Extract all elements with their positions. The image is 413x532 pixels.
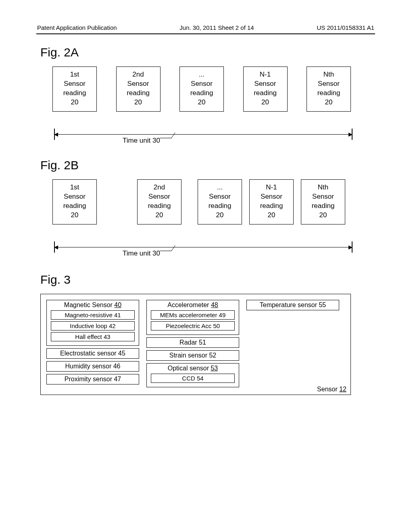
- sensor-ref-num: 20: [138, 211, 181, 220]
- arrow-left-icon: [54, 245, 58, 249]
- sensor-ref-num: 20: [244, 98, 287, 107]
- ccd-box: CCD 54: [151, 374, 235, 383]
- optical-sensor-title-text: Optical sensor: [168, 365, 211, 372]
- optical-sensor-box: Optical sensor 53 CCD 54: [146, 363, 239, 387]
- strain-sensor-box: Strain sensor 52: [146, 350, 239, 361]
- sensor-ref-num: 20: [301, 211, 345, 220]
- accelerometer-box: Accelerometer 48 MEMs accelerometer 49 P…: [146, 300, 239, 335]
- sensor-word: Sensor: [250, 192, 293, 202]
- sensor-box-2nd: 2nd Sensor reading 20: [137, 179, 181, 224]
- sensor-reading-word: reading: [301, 202, 345, 211]
- sensor-ordinal: 1st: [53, 183, 96, 192]
- fig-2b-timeline: Time unit 30: [54, 241, 353, 254]
- sensor-ref-num: 20: [53, 211, 96, 220]
- sensor-word: Sensor: [53, 192, 96, 202]
- humidity-sensor-box: Humidity sensor 46: [46, 361, 139, 372]
- sensor-reading-word: reading: [307, 89, 350, 98]
- fig-2a-timeline: Time unit 30: [54, 129, 353, 141]
- sensor-reading-word: reading: [198, 202, 242, 211]
- sensor-box-1st: 1st Sensor reading 20: [52, 179, 97, 224]
- sensor-box-nth: Nth Sensor reading 20: [307, 66, 351, 112]
- sensor-word: Sensor: [117, 79, 160, 89]
- sensor-word: Sensor: [53, 79, 96, 89]
- sensor-label-ref: 12: [339, 386, 346, 393]
- sensor-ref-num: 20: [307, 98, 350, 107]
- magnetic-sensor-box: Magnetic Sensor 40 Magneto-resistive 41 …: [46, 300, 139, 346]
- sensor-ordinal: ...: [198, 183, 242, 192]
- sensor-ordinal: ...: [180, 70, 223, 79]
- sensor-reading-word: reading: [117, 89, 160, 98]
- sensor-box-nminus1: N-1 Sensor reading 20: [243, 66, 288, 112]
- fig-2a-sensor-row: 1st Sensor reading 20 2nd Sensor reading…: [52, 66, 351, 112]
- electrostatic-sensor-box: Electrostatic sensor 45: [46, 348, 139, 359]
- fig-3-label: Fig. 3: [40, 273, 375, 287]
- optical-sensor-title: Optical sensor 53: [148, 365, 237, 372]
- leader-line-icon: [159, 245, 175, 251]
- sensor-word: Sensor: [307, 79, 350, 89]
- magneto-resistive-box: Magneto-resistive 41: [51, 310, 135, 320]
- magnetic-sensor-ref: 40: [114, 301, 121, 308]
- sensor-box-1st: 1st Sensor reading 20: [52, 66, 97, 112]
- sensor-word: Sensor: [301, 192, 345, 202]
- leader-line-icon: [159, 133, 175, 138]
- time-unit-label: Time unit 30: [123, 137, 160, 145]
- sensor-container-label: Sensor 12: [317, 386, 346, 393]
- piezoelectric-acc-box: Piezoelectric Acc 50: [151, 321, 235, 330]
- optical-sensor-ref: 53: [211, 365, 218, 372]
- temperature-sensor-box: Temperature sensor 55: [246, 300, 339, 310]
- sensor-word: Sensor: [244, 79, 287, 89]
- fig3-col-1: Magnetic Sensor 40 Magneto-resistive 41 …: [46, 300, 139, 390]
- page-header: Patent Application Publication Jun. 30, …: [36, 24, 375, 34]
- sensor-ref-num: 20: [180, 98, 223, 107]
- sensor-reading-word: reading: [250, 202, 293, 211]
- sensor-ordinal: 2nd: [117, 70, 160, 79]
- radar-box: Radar 51: [146, 337, 239, 348]
- sensor-reading-word: reading: [53, 202, 96, 211]
- fig-3-sensor-container: Magnetic Sensor 40 Magneto-resistive 41 …: [40, 294, 351, 395]
- sensor-ref-num: 20: [250, 211, 293, 220]
- header-center: Jun. 30, 2011 Sheet 2 of 14: [179, 24, 254, 31]
- sensor-ordinal: N-1: [250, 183, 293, 192]
- header-left: Patent Application Publication: [37, 24, 117, 31]
- sensor-box-2nd: 2nd Sensor reading 20: [116, 66, 161, 112]
- hall-effect-box: Hall effect 43: [51, 332, 135, 341]
- sensor-ref-num: 20: [117, 98, 160, 107]
- fig-2a-label: Fig. 2A: [40, 46, 375, 59]
- timeline-line: [54, 134, 353, 135]
- sensor-reading-word: reading: [244, 89, 287, 98]
- magnetic-sensor-title: Magnetic Sensor 40: [48, 301, 137, 309]
- sensor-word: Sensor: [138, 192, 181, 202]
- fig3-col-2: Accelerometer 48 MEMs accelerometer 49 P…: [146, 300, 239, 390]
- header-right: US 2011/0158331 A1: [317, 24, 374, 31]
- sensor-reading-word: reading: [53, 89, 96, 98]
- fig-2b-sensor-row: 1st Sensor reading 20 2nd Sensor reading…: [52, 179, 351, 224]
- time-unit-label: Time unit 30: [123, 249, 160, 258]
- fig3-col-3: Temperature sensor 55: [246, 300, 339, 390]
- sensor-reading-word: reading: [138, 202, 181, 211]
- sensor-ordinal: N-1: [244, 70, 287, 79]
- timeline-tick-right: [352, 241, 353, 253]
- sensor-reading-word: reading: [180, 89, 223, 98]
- mems-accelerometer-box: MEMs accelerometer 49: [151, 310, 235, 320]
- accelerometer-ref: 48: [211, 301, 218, 308]
- sensor-ref-num: 20: [198, 211, 242, 220]
- timeline-tick-right: [352, 129, 353, 140]
- magnetic-sensor-title-text: Magnetic Sensor: [64, 301, 115, 308]
- timeline-line: [54, 247, 353, 247]
- sensor-label-text: Sensor: [317, 386, 339, 393]
- proximity-sensor-box: Proximity sensor 47: [46, 374, 139, 384]
- inductive-loop-box: Inductive loop 42: [51, 321, 135, 330]
- sensor-ordinal: Nth: [301, 183, 345, 192]
- sensor-box-ellipsis: ... Sensor reading 20: [198, 179, 242, 224]
- sensor-ordinal: Nth: [307, 70, 350, 79]
- fig-2b-label: Fig. 2B: [40, 158, 375, 172]
- sensor-box-nth: Nth Sensor reading 20: [301, 179, 345, 224]
- sensor-box-nminus1: N-1 Sensor reading 20: [249, 179, 294, 224]
- sensor-box-ellipsis: ... Sensor reading 20: [179, 66, 224, 112]
- sensor-ref-num: 20: [53, 98, 96, 107]
- accelerometer-title: Accelerometer 48: [148, 301, 237, 309]
- sensor-ordinal: 2nd: [138, 183, 181, 192]
- arrow-left-icon: [54, 133, 58, 137]
- sensor-word: Sensor: [180, 79, 223, 89]
- sensor-ordinal: 1st: [53, 70, 96, 79]
